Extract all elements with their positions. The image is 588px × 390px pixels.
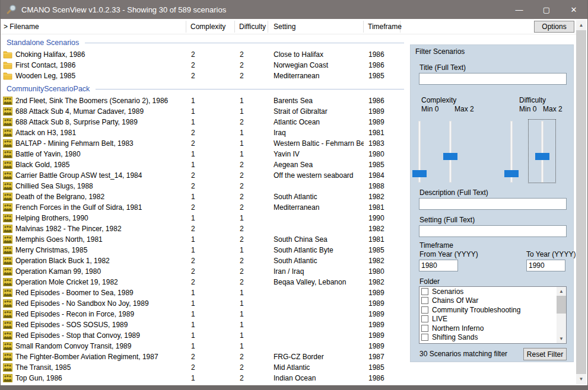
scenario-row[interactable]: Red Episodes - No Sandbox No Joy, 198911…	[1, 298, 410, 309]
group-title: Standalone Scenarios	[7, 39, 79, 47]
scenario-name: Small Random Convoy Transit, 1989	[15, 342, 131, 350]
column-header-filename[interactable]: > Filename	[1, 21, 186, 33]
scenario-row[interactable]: 688 Attack Sub 8, Surprise Party, 198912…	[1, 117, 410, 127]
scenario-difficulty: 2	[235, 118, 268, 126]
title-filter-input[interactable]	[419, 73, 567, 85]
scenario-difficulty: 2	[235, 267, 268, 276]
scenario-setting: Close to Halifax	[268, 50, 364, 59]
folder-checkbox-item[interactable]: Shifting Sands	[419, 333, 566, 343]
from-year-input[interactable]	[419, 260, 458, 271]
scenario-row[interactable]: The Fighter-Bomber Aviation Regiment, 19…	[1, 351, 410, 362]
column-header-difficulty[interactable]: Difficulty	[235, 21, 268, 33]
scenario-row[interactable]: Top Gun, 198612Indian Ocean1986	[1, 373, 410, 383]
scenario-row[interactable]: 688 Attack Sub 4, Mumar Cadaver, 198911S…	[1, 106, 410, 117]
scenario-timeframe: 1986	[364, 61, 401, 69]
timeframe-label: Timeframe	[419, 241, 453, 250]
scenario-row[interactable]: First Contact, 198622Norwegian Coast1986	[1, 60, 410, 71]
slider-thumb[interactable]	[535, 153, 549, 160]
to-year-input[interactable]	[526, 260, 565, 271]
scenario-name-cell: The Fighter-Bomber Aviation Regiment, 19…	[1, 353, 186, 361]
scenario-row[interactable]: Memphis Goes North, 198112South China Se…	[1, 234, 410, 245]
scrollbar-thumb[interactable]	[576, 30, 586, 374]
folder-checkbox-item[interactable]: Community Troubleshooting	[419, 305, 566, 315]
scenario-row[interactable]: Merry Christmas, 198511South Atlantic By…	[1, 245, 410, 255]
scenario-row[interactable]: Red Episodes - Recon in Force, 198911198…	[1, 309, 410, 319]
complexity-min-slider[interactable]	[412, 121, 427, 183]
scrollbar-thumb[interactable]	[557, 296, 566, 314]
scenario-row[interactable]: Death of the Belgrano, 198212South Atlan…	[1, 191, 410, 202]
scenario-row[interactable]: Operation Kaman 99, 198022Iran / Iraq198…	[1, 266, 410, 277]
checkbox[interactable]	[421, 288, 428, 295]
scenario-row[interactable]: Operation Mole Cricket 19, 198222Beqaa V…	[1, 277, 410, 287]
scenario-row[interactable]: The Transit, 198522Mid Atlantic1985	[1, 362, 410, 373]
scenario-row[interactable]: Malvinas 1982 - The Pincer, 1982221982	[1, 223, 410, 234]
scroll-up-icon[interactable]: ▲	[576, 20, 586, 30]
community-pack-icon	[3, 257, 12, 265]
checkbox[interactable]	[421, 315, 428, 322]
folder-checkbox-item[interactable]: Chains Of War	[419, 296, 566, 306]
community-pack-icon	[3, 214, 12, 222]
scenario-row[interactable]: French Forces in the Gulf of Sidra, 1981…	[1, 202, 410, 213]
maximize-button[interactable]: ▢	[533, 0, 560, 19]
group-divider-line	[96, 89, 404, 89]
description-filter-input[interactable]	[419, 198, 567, 210]
slider-thumb[interactable]	[412, 170, 427, 177]
reset-filter-button[interactable]: Reset Filter	[523, 348, 567, 360]
scenario-row[interactable]: Black Gold, 198512Aegean Sea1985	[1, 159, 410, 170]
scenario-row[interactable]: Chillied Sea Slugs, 1988221988	[1, 181, 410, 191]
setting-filter-input[interactable]	[419, 225, 567, 237]
column-header-setting[interactable]: Setting	[268, 21, 364, 33]
folder-list-scrollbar[interactable]: ▲ ▼	[557, 287, 566, 343]
scenario-name: Operation Kaman 99, 1980	[15, 267, 101, 276]
scenario-difficulty: 2	[235, 225, 268, 233]
checkbox[interactable]	[421, 297, 428, 304]
checkbox[interactable]	[421, 306, 428, 314]
options-button[interactable]: Options	[534, 21, 574, 33]
scenario-complexity: 1	[186, 374, 235, 382]
scenario-row[interactable]: Small Random Convoy Transit, 1989111989	[1, 341, 410, 351]
minimize-button[interactable]: —	[506, 0, 533, 19]
difficulty-min-slider[interactable]	[504, 121, 519, 183]
checkbox[interactable]	[421, 334, 428, 341]
scenario-row[interactable]: Red Episodes - Stop that Convoy, 1989111…	[1, 330, 410, 341]
scenario-row[interactable]: Operation Black Buck 1, 198222South Atla…	[1, 255, 410, 266]
scenario-timeframe: 1985	[364, 363, 401, 372]
folder-label: Folder	[419, 277, 440, 286]
scenario-name: Red Episodes - Boomer to Sea, 1989	[15, 289, 134, 297]
scenario-row[interactable]: Battle of Yavin, 198011Yavin IV1980	[1, 149, 410, 159]
main-scrollbar[interactable]: ▲ ▼	[576, 20, 586, 384]
scenario-row[interactable]: 2nd Fleet, Sink The Boomers (Scenario 2)…	[1, 95, 410, 106]
slider-thumb[interactable]	[504, 170, 519, 177]
scenario-row[interactable]: Carrier Battle Group ASW test_14, 198422…	[1, 170, 410, 181]
scenario-name-cell: Red Episodes - Stop that Convoy, 1989	[1, 331, 186, 340]
scenario-row[interactable]: Wooden Leg, 198522Mediterranean1985	[1, 71, 410, 81]
scenario-row[interactable]: Helping Brothers, 1990111990	[1, 213, 410, 223]
scenario-timeframe: 1982	[364, 225, 401, 233]
scroll-down-icon[interactable]: ▼	[576, 374, 586, 384]
scenario-difficulty: 2	[235, 235, 268, 244]
scenario-row[interactable]: Choking Halifax, 198622Close to Halifax1…	[1, 49, 410, 60]
checkbox[interactable]	[421, 325, 428, 332]
scenario-complexity: 2	[186, 267, 235, 276]
scenario-row[interactable]: Red Episodes - SOS SOSUS, 1989111989	[1, 319, 410, 330]
scenario-row[interactable]: Attack on H3, 198121Iraq1981	[1, 127, 410, 138]
scenario-setting: Iran / Iraq	[268, 267, 364, 276]
close-button[interactable]: ✕	[560, 0, 587, 19]
group-header[interactable]: Standalone Scenarios	[7, 37, 404, 48]
scenario-row[interactable]: Red Episodes - Boomer to Sea, 1989111989	[1, 287, 410, 298]
scroll-down-icon[interactable]: ▼	[557, 334, 566, 343]
folder-checkbox-item[interactable]: LIVE	[419, 315, 566, 324]
column-header-complexity[interactable]: Complexity	[186, 21, 235, 33]
scenario-row[interactable]: BALTAP - Mining Fehmarn Belt, 198321West…	[1, 138, 410, 149]
folder-checkbox-item[interactable]: Northern Inferno	[419, 324, 566, 333]
scroll-up-icon[interactable]: ▲	[557, 287, 566, 296]
folder-checkbox-item[interactable]: Scenarios	[419, 287, 566, 296]
group-header[interactable]: CommunityScenarioPack	[7, 84, 404, 94]
scenario-timeframe: 1989	[364, 321, 401, 329]
difficulty-max-slider[interactable]	[535, 121, 549, 183]
column-header-timeframe[interactable]: Timeframe	[364, 21, 401, 33]
column-header-row: > Filename Complexity Difficulty Setting…	[1, 19, 577, 34]
scenario-complexity: 1	[186, 289, 235, 297]
slider-thumb[interactable]	[443, 153, 457, 160]
complexity-max-slider[interactable]	[443, 121, 457, 183]
